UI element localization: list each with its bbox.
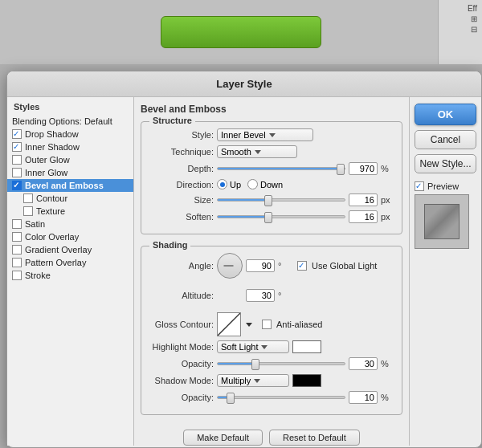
sidebar-item-bevel-emboss[interactable]: Bevel and Emboss (7, 179, 133, 192)
sidebar-item-drop-shadow[interactable]: Drop Shadow (7, 128, 133, 141)
size-input[interactable] (349, 193, 378, 206)
depth-unit: % (381, 164, 394, 173)
sidebar-item-outer-glow[interactable]: Outer Glow (7, 153, 133, 166)
depth-slider-container (217, 167, 345, 170)
technique-value: Smooth (221, 147, 251, 157)
sidebar-item-satin[interactable]: Satin (7, 218, 133, 230)
contour-label: Contour (36, 193, 67, 203)
sidebar-item-contour[interactable]: Contour (7, 192, 133, 205)
highlight-opacity-input[interactable] (349, 357, 378, 370)
color-overlay-checkbox[interactable] (12, 232, 22, 242)
shadow-opacity-slider-container (217, 396, 345, 399)
altitude-row: Altitude: ° (149, 283, 394, 308)
angle-dial[interactable] (217, 253, 243, 279)
altitude-input[interactable] (246, 289, 275, 302)
shadow-mode-label: Shadow Mode: (149, 376, 214, 385)
use-global-light-checkbox[interactable] (297, 261, 307, 271)
bevel-emboss-checkbox[interactable] (12, 181, 22, 190)
sidebar-item-stroke[interactable]: Stroke (7, 269, 133, 282)
highlight-opacity-track[interactable] (217, 362, 345, 365)
highlight-mode-value: Soft Light (221, 342, 258, 352)
direction-up-radio[interactable]: Up (217, 179, 241, 189)
shadow-opacity-thumb[interactable] (227, 393, 235, 404)
technique-label: Technique: (149, 147, 214, 157)
center-panel: Bevel and Emboss Structure Style: Inner … (134, 97, 409, 446)
outer-glow-label: Outer Glow (25, 155, 70, 165)
drop-shadow-checkbox[interactable] (12, 129, 22, 139)
highlight-color-swatch[interactable] (292, 340, 321, 353)
bottom-buttons: Make Default Reset to Default (141, 426, 402, 448)
stroke-checkbox[interactable] (12, 271, 22, 280)
cancel-button[interactable]: Cancel (415, 130, 476, 149)
shadow-mode-select[interactable]: Multiply (217, 374, 289, 387)
anti-aliased-checkbox[interactable] (262, 320, 272, 329)
direction-down-circle[interactable] (247, 179, 258, 189)
green-button[interactable] (161, 16, 321, 48)
contour-checkbox[interactable] (23, 193, 33, 203)
soften-input[interactable] (349, 210, 378, 223)
outer-glow-checkbox[interactable] (12, 155, 22, 165)
style-select[interactable]: Inner Bevel (217, 128, 313, 141)
eff-icon-row: Eff (466, 3, 479, 14)
shadow-opacity-track[interactable] (217, 396, 345, 399)
sidebar-item-pattern-overlay[interactable]: Pattern Overlay (7, 256, 133, 269)
highlight-opacity-slider-container (217, 362, 345, 365)
sidebar-item-texture[interactable]: Texture (7, 205, 133, 218)
preview-checkbox[interactable] (415, 181, 424, 191)
direction-up-circle[interactable] (217, 179, 227, 189)
sidebar-item-blending-options[interactable]: Blending Options: Default (7, 115, 133, 128)
shading-section: Shading Angle: ° Use Global Light Altitu… (141, 246, 402, 415)
preview-section: Preview (415, 181, 476, 249)
pattern-overlay-label: Pattern Overlay (25, 258, 86, 267)
angle-unit: ° (278, 261, 291, 271)
angle-row: Angle: ° Use Global Light (149, 253, 394, 279)
make-default-button[interactable]: Make Default (183, 430, 263, 446)
angle-label: Angle: (149, 261, 214, 271)
angle-input[interactable] (246, 259, 275, 272)
direction-label: Direction: (149, 180, 214, 189)
depth-slider-track[interactable] (217, 167, 345, 170)
shadow-mode-arrow (254, 379, 260, 383)
eff-label: Eff (468, 4, 477, 13)
sidebar-item-gradient-overlay[interactable]: Gradient Overlay (7, 243, 133, 256)
shadow-color-swatch[interactable] (292, 374, 321, 387)
texture-checkbox[interactable] (23, 206, 33, 216)
highlight-opacity-thumb[interactable] (251, 359, 259, 370)
pattern-overlay-checkbox[interactable] (12, 258, 22, 267)
depth-input[interactable] (349, 162, 378, 175)
depth-label: Depth: (149, 164, 214, 173)
shadow-opacity-input[interactable] (349, 391, 378, 404)
soften-slider-thumb[interactable] (264, 212, 272, 223)
soften-slider-track[interactable] (217, 215, 345, 218)
technique-select[interactable]: Smooth (217, 145, 297, 158)
size-slider-thumb[interactable] (264, 195, 272, 206)
sidebar-item-inner-shadow[interactable]: Inner Shadow (7, 141, 133, 153)
reset-to-default-button[interactable]: Reset to Default (269, 430, 360, 446)
highlight-mode-select[interactable]: Soft Light (217, 340, 289, 353)
stroke-label: Stroke (25, 271, 51, 280)
sidebar-item-color-overlay[interactable]: Color Overlay (7, 230, 133, 243)
size-slider-track[interactable] (217, 198, 345, 202)
highlight-opacity-unit: % (381, 359, 394, 369)
style-select-arrow (269, 133, 276, 137)
direction-down-radio[interactable]: Down (247, 179, 283, 189)
highlight-mode-arrow (261, 345, 268, 349)
gradient-overlay-checkbox[interactable] (12, 245, 22, 255)
blending-options-label: Blending Options: Default (12, 116, 112, 126)
contour-dropdown-arrow[interactable] (246, 323, 252, 327)
icon2-row[interactable]: ⊟ (469, 24, 479, 35)
gloss-contour-box[interactable] (217, 312, 241, 336)
new-style-button[interactable]: New Style... (415, 154, 476, 173)
altitude-unit: ° (278, 291, 291, 300)
depth-slider-thumb[interactable] (337, 164, 345, 175)
inner-shadow-checkbox[interactable] (12, 142, 22, 152)
size-label: Size: (149, 195, 214, 205)
inner-glow-checkbox[interactable] (12, 168, 22, 177)
dial-line (224, 266, 234, 267)
satin-checkbox[interactable] (12, 219, 22, 229)
inner-glow-label: Inner Glow (25, 168, 67, 177)
icon1-row[interactable]: ⊞ (469, 14, 479, 24)
sidebar-item-inner-glow[interactable]: Inner Glow (7, 166, 133, 179)
left-panel: Styles Blending Options: Default Drop Sh… (7, 97, 134, 446)
ok-button[interactable]: OK (415, 104, 476, 125)
